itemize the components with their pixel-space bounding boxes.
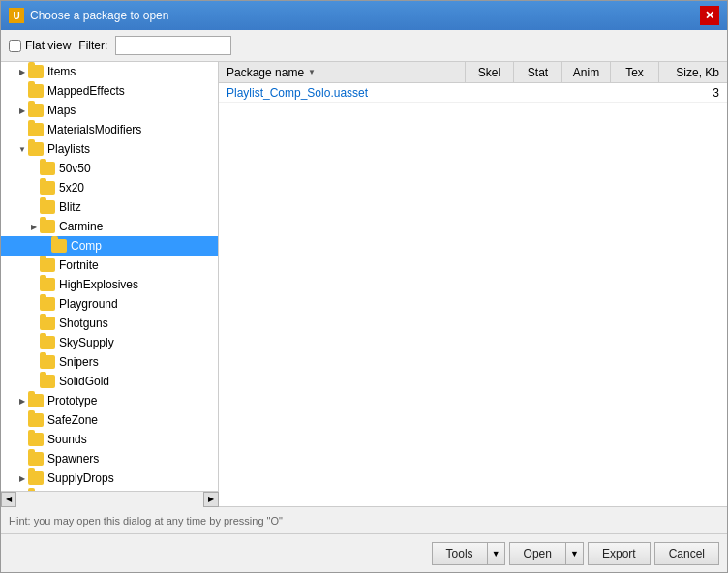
tools-button[interactable]: Tools [432,542,488,565]
folder-icon-snipers [40,355,55,369]
tree-item-highexplosives[interactable]: HighExplosives [1,275,218,294]
tree-item-comp[interactable]: Comp [1,236,218,256]
expand-arrow-fortnite [28,259,40,271]
flat-view-checkbox[interactable] [9,40,21,52]
expand-arrow-maps[interactable] [16,105,28,116]
tree-item-skysupply[interactable]: SkySupply [1,333,218,352]
tree-label-playlists: Playlists [47,142,90,156]
folder-icon-skysupply [40,336,55,349]
flat-view-label[interactable]: Flat view [9,39,71,52]
hscroll-left-btn[interactable]: ◀ [1,492,16,507]
expand-arrow-skysupply [28,337,40,348]
tree-item-snipers[interactable]: Snipers [1,352,218,372]
tree-item-fortnite[interactable]: Fortnite [1,256,218,275]
expand-arrow-playground [28,298,40,310]
cancel-button[interactable]: Cancel [654,542,719,565]
tree-label-fortnite: Fortnite [59,258,99,272]
content-panel: Package name ▼ Skel Stat Anim Tex Size, … [219,62,727,506]
titlebar: U Choose a package to open ✕ [1,1,727,30]
expand-arrow-materialsmodifiers [16,124,28,136]
expand-arrow-snipers [28,356,40,368]
tree-item-carmine[interactable]: Carmine [1,217,218,236]
hscroll-right-btn[interactable]: ▶ [203,492,219,507]
tree-label-items: Items [47,65,76,78]
app-icon: U [9,8,24,23]
tree-label-safezone: SafeZone [47,413,98,427]
titlebar-left: U Choose a package to open [9,8,168,23]
tree-item-50v50[interactable]: 50v50 [1,159,218,178]
tree-label-snipers: Snipers [59,355,99,369]
expand-arrow-50v50 [28,163,40,174]
tree-item-materialsmodifiers[interactable]: MaterialsModifiers [1,120,218,139]
table-header: Package name ▼ Skel Stat Anim Tex Size, … [219,62,727,83]
status-bar: Hint: you may open this dialog at any ti… [1,506,727,533]
tree-item-blitz[interactable]: Blitz [1,197,218,217]
tree-label-carmine: Carmine [59,220,103,233]
folder-icon-highexplosives [40,278,55,291]
toolbar: Flat view Filter: [1,30,727,62]
expand-arrow-spawners [16,453,28,465]
tree-item-sounds[interactable]: Sounds [1,430,218,449]
folder-icon-maps [28,104,44,117]
folder-icon-50v50 [40,162,55,175]
folder-icon-carmine [40,220,55,233]
col-header-stat[interactable]: Stat [514,62,562,82]
folder-icon-playground [40,297,55,311]
col-header-name[interactable]: Package name ▼ [219,62,466,82]
filter-input[interactable] [115,36,231,55]
open-button[interactable]: Open [509,542,566,565]
expand-arrow-prototype[interactable] [16,395,28,407]
tree-item-maps[interactable]: Maps [1,101,218,120]
tree-label-maps: Maps [47,104,76,117]
folder-icon-solidgold [40,375,55,388]
tree-item-playground[interactable]: Playground [1,294,218,314]
tree-label-shotguns: Shotguns [59,317,108,330]
table-row[interactable]: Playlist_Comp_Solo.uasset3 [219,83,727,103]
expand-arrow-sounds [16,434,28,445]
tree-label-mappedeffects: MappedEffects [47,84,125,98]
expand-arrow-playlists[interactable] [16,143,28,155]
tree-label-highexplosives: HighExplosives [59,278,138,291]
folder-icon-fortnite [40,258,55,272]
tree-item-spawners[interactable]: Spawners [1,449,218,468]
tools-btn-group: Tools ▼ [432,542,505,565]
tree-item-supplydrops[interactable]: SupplyDrops [1,468,218,488]
main-content: ItemsMappedEffectsMapsMaterialsModifiers… [1,62,727,506]
folder-icon-items [28,65,44,78]
tree-item-mappedeffects[interactable]: MappedEffects [1,81,218,101]
folder-icon-shotguns [40,317,55,330]
expand-arrow-supplydrops[interactable] [16,472,28,484]
col-header-size[interactable]: Size, Kb [659,62,727,82]
open-arrow-button[interactable]: ▼ [566,542,584,565]
tree-label-playground: Playground [59,297,118,311]
tree-item-items[interactable]: Items [1,62,218,81]
tree-item-shotguns[interactable]: Shotguns [1,314,218,333]
sort-arrow: ▼ [308,68,316,76]
col-header-anim[interactable]: Anim [562,62,611,82]
folder-icon-sounds [28,433,44,446]
col-header-tex[interactable]: Tex [611,62,659,82]
tree-label-materialsmodifiers: MaterialsModifiers [47,123,141,136]
tree-label-skysupply: SkySupply [59,336,114,349]
cell-package-name: Playlist_Comp_Solo.uasset [219,86,466,100]
close-button[interactable]: ✕ [700,6,719,25]
tree-item-playlists[interactable]: Playlists [1,139,218,159]
tree-item-5x20[interactable]: 5x20 [1,178,218,197]
tree-label-solidgold: SolidGold [59,375,109,388]
tree-label-5x20: 5x20 [59,181,84,195]
export-button[interactable]: Export [588,542,651,565]
status-hint: Hint: you may open this dialog at any ti… [9,515,283,527]
tools-arrow-button[interactable]: ▼ [488,542,505,565]
tree-item-safezone[interactable]: SafeZone [1,410,218,430]
tree-item-prototype[interactable]: Prototype [1,391,218,410]
expand-arrow-carmine[interactable] [28,221,40,232]
tree-item-solidgold[interactable]: SolidGold [1,372,218,391]
tree-panel: ItemsMappedEffectsMapsMaterialsModifiers… [1,62,219,506]
tree-hscrollbar: ◀ ▶ [1,491,219,506]
expand-arrow-items[interactable] [16,66,28,77]
col-header-skel[interactable]: Skel [466,62,514,82]
folder-icon-spawners [28,452,44,466]
expand-arrow-highexplosives [28,279,40,290]
folder-icon-safezone [28,413,44,427]
folder-icon-5x20 [40,181,55,195]
